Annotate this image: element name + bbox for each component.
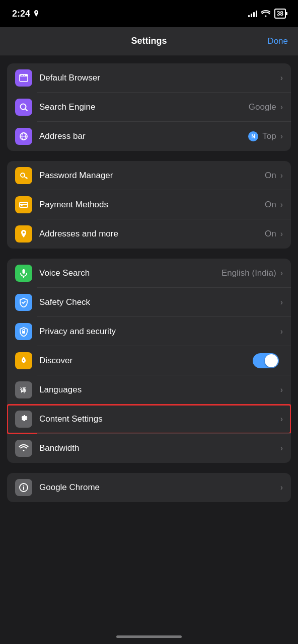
discover-icon (15, 352, 32, 369)
wifi-icon (261, 10, 270, 17)
addresses-value: On (265, 229, 276, 239)
content-settings-icon (15, 411, 32, 428)
search-engine-icon (15, 99, 32, 116)
svg-rect-16 (23, 269, 25, 274)
features-group: Voice Search English (India) › Safety Ch… (7, 259, 291, 463)
address-bar-row[interactable]: Address bar N Top › (7, 122, 291, 151)
status-bar: 2:24 38 (0, 0, 298, 27)
payment-methods-value: On (265, 200, 276, 210)
privacy-security-chevron: › (280, 327, 283, 336)
card-icon (19, 200, 29, 210)
payment-methods-label: Payment Methods (39, 200, 265, 210)
content-settings-chevron: › (280, 415, 283, 424)
search-engine-row[interactable]: Search Engine Google › (7, 93, 291, 122)
location-icon (33, 10, 39, 17)
voice-search-label: Voice Search (39, 268, 221, 278)
svg-point-4 (24, 75, 25, 76)
payment-methods-icon (15, 196, 32, 213)
search-engine-value: Google (249, 102, 276, 112)
new-badge: N (248, 131, 258, 141)
gear-icon (19, 414, 29, 424)
search-engine-label: Search Engine (39, 102, 249, 112)
safety-check-row[interactable]: Safety Check › (7, 288, 291, 317)
safety-check-icon (15, 294, 32, 311)
discover-toggle-knob (265, 354, 278, 367)
addresses-row[interactable]: Addresses and more On › (7, 219, 291, 249)
google-chrome-label: Google Chrome (39, 482, 280, 493)
default-browser-chevron: › (280, 73, 283, 83)
status-right: 38 (248, 9, 286, 19)
address-bar-chevron: › (280, 132, 283, 141)
password-manager-label: Password Manager (39, 171, 265, 181)
location-pin-icon (19, 229, 29, 239)
privacy-security-icon (15, 323, 32, 340)
default-browser-row[interactable]: Default Browser › (7, 63, 291, 93)
about-group: Google Chrome › (7, 473, 291, 502)
done-button[interactable]: Done (267, 36, 288, 46)
bandwidth-label: Bandwidth (39, 443, 280, 453)
password-manager-row[interactable]: Password Manager On › (7, 161, 291, 190)
google-chrome-chevron: › (280, 483, 283, 492)
svg-point-2 (21, 75, 22, 76)
wifi-settings-icon (19, 443, 29, 453)
languages-row[interactable]: 译 Languages › (7, 375, 291, 405)
nav-title: Settings (131, 36, 167, 46)
svg-point-3 (22, 75, 23, 76)
languages-icon: 译 (15, 381, 32, 398)
address-bar-label: Address bar (39, 131, 245, 141)
privacy-security-row[interactable]: Privacy and security › (7, 317, 291, 346)
password-manager-chevron: › (280, 171, 283, 180)
voice-search-row[interactable]: Voice Search English (India) › (7, 259, 291, 288)
autofill-group: Password Manager On › Payment Methods On… (7, 161, 291, 249)
svg-line-11 (24, 177, 27, 178)
google-chrome-icon (15, 479, 32, 496)
discover-label: Discover (39, 356, 253, 366)
translate-icon: 译 (19, 385, 29, 395)
addresses-icon (15, 225, 32, 243)
google-chrome-row[interactable]: Google Chrome › (7, 473, 291, 502)
address-bar-icon (15, 128, 32, 145)
nav-bar: Settings Done (0, 27, 298, 55)
password-manager-icon (15, 167, 32, 184)
battery-icon: 38 (274, 9, 286, 19)
globe-icon (19, 131, 29, 141)
discover-toggle[interactable] (253, 353, 279, 368)
content-settings-label: Content Settings (39, 414, 280, 424)
addresses-label: Addresses and more (39, 229, 265, 239)
key-icon (19, 171, 29, 181)
home-indicator (116, 635, 182, 638)
shield-check-icon (19, 297, 29, 307)
flame-icon (19, 356, 29, 366)
payment-methods-chevron: › (280, 200, 283, 209)
languages-label: Languages (39, 385, 280, 395)
bandwidth-icon (15, 440, 32, 457)
discover-row[interactable]: Discover (7, 346, 291, 375)
signal-icon (248, 10, 257, 17)
voice-search-icon (15, 265, 32, 282)
safety-check-chevron: › (280, 298, 283, 307)
search-icon (19, 102, 29, 112)
default-browser-icon (15, 69, 32, 87)
svg-point-22 (23, 486, 24, 487)
languages-chevron: › (280, 385, 283, 394)
bandwidth-row[interactable]: Bandwidth › (7, 434, 291, 463)
default-browser-label: Default Browser (39, 73, 280, 83)
status-time: 2:24 (12, 9, 39, 19)
svg-line-6 (25, 109, 27, 111)
mic-icon (19, 268, 29, 278)
payment-methods-row[interactable]: Payment Methods On › (7, 190, 291, 219)
content-settings-row[interactable]: Content Settings › (7, 405, 291, 434)
settings-content: Default Browser › Search Engine Google › (0, 55, 298, 510)
safety-check-label: Safety Check (39, 297, 280, 307)
browser-group: Default Browser › Search Engine Google › (7, 63, 291, 151)
info-icon (19, 482, 29, 493)
address-bar-value: Top (262, 131, 276, 141)
search-engine-chevron: › (280, 103, 283, 112)
svg-text:译: 译 (20, 387, 27, 394)
svg-rect-18 (22, 331, 25, 334)
voice-search-value: English (India) (221, 268, 276, 278)
password-manager-value: On (265, 171, 276, 181)
voice-search-chevron: › (280, 269, 283, 278)
bandwidth-chevron: › (280, 444, 283, 453)
browser-icon (19, 73, 29, 83)
